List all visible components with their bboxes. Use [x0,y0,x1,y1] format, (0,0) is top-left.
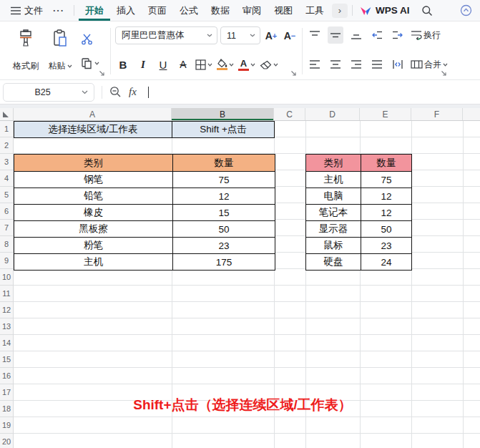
cell-quantity[interactable]: 23 [361,238,411,253]
row-header-14[interactable]: 14 [0,335,13,351]
tab-review[interactable]: 审阅 [236,0,268,21]
zoom-search-icon[interactable] [109,86,122,98]
increase-font-size-button[interactable]: A+ [263,27,279,44]
cell-quantity[interactable]: 15 [172,205,275,220]
annotation-cell-text[interactable]: Shift+点击（选择连续区域/工作表） [14,396,471,414]
cell-quantity[interactable]: 75 [361,172,411,188]
wps-ai-button[interactable]: WPS AI [360,5,410,16]
more-menus-button[interactable]: ··· [48,0,69,21]
font-name-select[interactable]: 阿里巴巴普惠体 [115,26,217,44]
column-header-partial[interactable] [463,108,480,120]
tab-insert[interactable]: 插入 [110,0,142,21]
row-header-6[interactable]: 6 [0,203,13,220]
row-header-13[interactable]: 13 [0,318,13,335]
header-cell-category[interactable]: 类别 [14,155,172,171]
alignment-dialog-launcher[interactable] [441,70,447,77]
ribbon-overflow-button[interactable]: › [332,4,348,18]
decrease-indent-button[interactable] [369,26,385,44]
row-header-16[interactable]: 16 [0,368,13,384]
tab-data[interactable]: 数据 [205,0,236,21]
row-header-10[interactable]: 10 [0,269,13,286]
cell-quantity[interactable]: 23 [172,238,275,253]
cell-quantity[interactable]: 12 [172,188,275,204]
cell-b1[interactable]: Shift +点击 [172,121,275,138]
italic-button[interactable]: I [135,56,151,73]
header-cell-quantity[interactable]: 数量 [172,155,275,171]
align-center-button[interactable] [328,56,343,73]
row-header-17[interactable]: 17 [0,384,13,401]
align-middle-button[interactable] [328,26,343,44]
header-cell-category[interactable]: 类别 [306,155,361,171]
cell-quantity[interactable]: 75 [172,172,275,188]
cell-category[interactable]: 主机 [306,172,361,188]
row-header-12[interactable]: 12 [0,302,13,318]
cell-quantity[interactable]: 24 [361,254,411,270]
cut-button[interactable] [79,30,102,47]
tab-view[interactable]: 视图 [268,0,299,21]
cell-category[interactable]: 笔记本 [306,205,361,220]
cell-category[interactable]: 铅笔 [14,188,172,204]
row-header-15[interactable]: 15 [0,351,13,368]
main-menu-button[interactable]: 文件 [6,0,48,21]
text-orientation-button[interactable] [390,56,406,73]
cell-a1[interactable]: 选择连续区域/工作表 [14,121,172,138]
strikethrough-button[interactable]: A [175,56,191,73]
insert-function-button[interactable]: fx [129,86,137,98]
borders-button[interactable] [195,56,212,73]
row-header-1[interactable]: 1 [0,121,13,137]
font-dialog-launcher[interactable] [290,70,297,77]
align-left-button[interactable] [307,56,323,73]
row-header-19[interactable]: 19 [0,417,13,434]
align-justify-button[interactable] [369,56,385,73]
column-header-f[interactable]: F [411,108,463,120]
search-button[interactable] [418,2,436,19]
column-header-a[interactable]: A [14,108,172,120]
row-header-2[interactable]: 2 [0,137,13,154]
decrease-font-size-button[interactable]: A− [282,27,298,44]
column-header-b[interactable]: B [172,108,274,120]
formula-input[interactable] [149,80,480,104]
cell-category[interactable]: 钢笔 [14,172,172,188]
align-right-button[interactable] [348,56,364,73]
tab-formula[interactable]: 公式 [173,0,205,21]
row-header-5[interactable]: 5 [0,187,13,203]
fill-color-button[interactable] [217,56,234,73]
clear-format-button[interactable] [260,56,278,73]
cell-quantity[interactable]: 175 [172,254,275,270]
cell-quantity[interactable]: 12 [361,188,411,204]
underline-button[interactable]: U [155,56,171,73]
tab-tools[interactable]: 工具 [299,0,330,21]
row-header-4[interactable]: 4 [0,170,13,187]
row-header-20[interactable]: 20 [0,434,13,448]
column-header-c[interactable]: C [274,108,305,120]
column-header-d[interactable]: D [305,108,360,120]
cell-category[interactable]: 橡皮 [14,205,172,220]
cell-category[interactable]: 显示器 [306,221,361,237]
tab-page[interactable]: 页面 [142,0,173,21]
clipboard-dialog-launcher[interactable] [99,70,105,77]
row-header-9[interactable]: 9 [0,253,13,269]
align-bottom-button[interactable] [348,26,364,44]
row-header-8[interactable]: 8 [0,236,13,253]
cell-quantity[interactable]: 12 [361,205,411,220]
cell-category[interactable]: 硬盘 [306,254,361,270]
name-box[interactable]: B25 [3,83,94,102]
align-top-button[interactable] [307,26,323,44]
cell-quantity[interactable]: 50 [172,221,275,237]
select-all-corner[interactable] [0,108,14,121]
cell-category[interactable]: 电脑 [306,188,361,204]
cell-category[interactable]: 粉笔 [14,238,172,253]
font-color-button[interactable]: A [238,56,255,73]
cell-category[interactable]: 主机 [14,254,172,270]
bold-button[interactable]: B [115,56,131,73]
font-size-select[interactable]: 11 [220,26,260,44]
row-header-18[interactable]: 18 [0,401,13,417]
column-header-e[interactable]: E [360,108,411,120]
row-header-11[interactable]: 11 [0,286,13,302]
wrap-text-button[interactable]: 换行 [411,26,441,44]
collapse-ribbon-button[interactable] [457,2,474,19]
cell-category[interactable]: 黑板擦 [14,221,172,237]
increase-indent-button[interactable] [390,26,406,44]
row-header-3[interactable]: 3 [0,154,13,170]
paste-button[interactable]: 粘贴 [43,25,77,77]
